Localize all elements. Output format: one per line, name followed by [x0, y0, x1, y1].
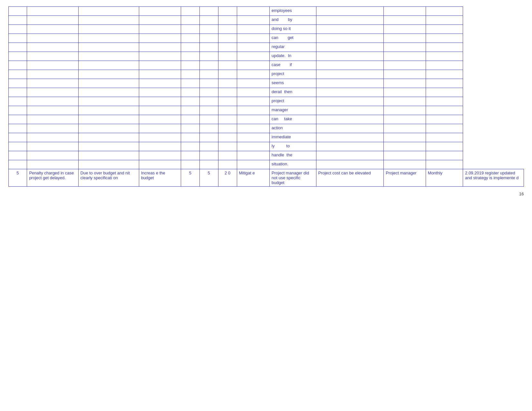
table-cell: [237, 106, 269, 115]
table-cell: [199, 88, 218, 97]
table-cell: [8, 133, 27, 142]
table-cell: [199, 133, 218, 142]
table-cell: [384, 133, 426, 142]
table-cell: [316, 34, 384, 43]
table-cell: [8, 25, 27, 34]
row-monthly: Monthly: [426, 169, 463, 187]
row-project-mgr: Project manager did not use specific bud…: [269, 169, 316, 187]
table-cell: [139, 34, 181, 43]
table-cell: [199, 52, 218, 61]
table-cell: [27, 106, 78, 115]
table-cell: [78, 151, 139, 160]
table-cell: [237, 124, 269, 133]
table-cell: [218, 160, 237, 169]
table-cell: [218, 61, 237, 70]
table-cell: [316, 124, 384, 133]
table-cell: [181, 16, 199, 25]
table-cell: [139, 106, 181, 115]
table-cell: [384, 16, 426, 25]
table-cell: [384, 106, 426, 115]
table-cell: [181, 79, 199, 88]
table-cell: [78, 52, 139, 61]
table-cell: [199, 79, 218, 88]
table-cell: [27, 124, 78, 133]
table-cell: [384, 70, 426, 79]
table-cell: [139, 61, 181, 70]
table-cell: [139, 97, 181, 106]
table-cell: [181, 25, 199, 34]
table-cell: [426, 124, 463, 133]
table-cell: [139, 52, 181, 61]
table-cell: [139, 43, 181, 52]
table-cell: [316, 160, 384, 169]
table-cell: [426, 70, 463, 79]
table-cell: [27, 151, 78, 160]
row-penalty: Penalty charged in case project get dela…: [27, 169, 78, 187]
table-cell: [78, 7, 139, 16]
table-cell: immediate: [269, 133, 316, 142]
table-cell: [8, 142, 27, 151]
table-cell: can take: [269, 115, 316, 124]
table-cell: [8, 115, 27, 124]
table-cell: [426, 142, 463, 151]
table-cell: [426, 115, 463, 124]
table-cell: [8, 124, 27, 133]
table-cell: [181, 151, 199, 160]
table-cell: [426, 52, 463, 61]
table-cell: [237, 79, 269, 88]
table-cell: [199, 34, 218, 43]
table-cell: and by: [269, 16, 316, 25]
table-cell: [218, 106, 237, 115]
table-cell: [218, 79, 237, 88]
table-cell: [8, 70, 27, 79]
table-cell: [199, 115, 218, 124]
table-cell: [218, 70, 237, 79]
table-cell: [384, 7, 426, 16]
table-cell: [384, 34, 426, 43]
table-cell: ly to: [269, 142, 316, 151]
table-cell: [8, 61, 27, 70]
table-cell: seems: [269, 79, 316, 88]
table-cell: [8, 7, 27, 16]
table-cell: [181, 34, 199, 43]
table-cell: [218, 133, 237, 142]
table-cell: [199, 160, 218, 169]
table-cell: [181, 133, 199, 142]
table-cell: [27, 16, 78, 25]
table-cell: [8, 160, 27, 169]
table-cell: [181, 160, 199, 169]
table-cell: case if: [269, 61, 316, 70]
table-cell: [237, 34, 269, 43]
table-cell: [139, 151, 181, 160]
table-cell: [316, 52, 384, 61]
table-cell: [78, 16, 139, 25]
table-cell: [181, 7, 199, 16]
table-cell: [237, 52, 269, 61]
row-n1: 5: [181, 169, 199, 187]
table-cell: [139, 7, 181, 16]
table-cell: handle the: [269, 151, 316, 160]
table-cell: [27, 7, 78, 16]
table-cell: [384, 142, 426, 151]
table-cell: [316, 133, 384, 142]
table-cell: [426, 16, 463, 25]
row-n3: 2 0: [218, 169, 237, 187]
table-cell: [27, 43, 78, 52]
table-cell: [27, 88, 78, 97]
table-cell: [199, 106, 218, 115]
table-cell: [27, 142, 78, 151]
table-cell: [237, 142, 269, 151]
table-cell: [27, 79, 78, 88]
table-row: 5 Penalty charged in case project get de…: [8, 169, 524, 187]
table-cell: [27, 160, 78, 169]
table-cell: [426, 25, 463, 34]
table-cell: [78, 25, 139, 34]
table-cell: [316, 70, 384, 79]
table-cell: [181, 106, 199, 115]
table-cell: [139, 115, 181, 124]
table-cell: [384, 115, 426, 124]
table-cell: [237, 133, 269, 142]
table-cell: [181, 70, 199, 79]
table-cell: [199, 97, 218, 106]
table-cell: [316, 7, 384, 16]
